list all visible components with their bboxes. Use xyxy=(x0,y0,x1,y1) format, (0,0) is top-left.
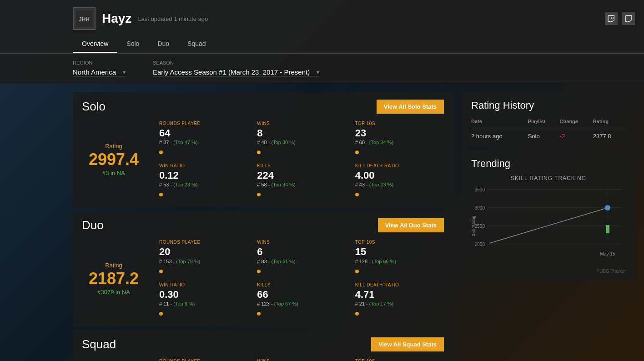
solo-stat-wins-dot xyxy=(257,150,261,154)
view-all-solo-button[interactable]: View All Solo Stats xyxy=(377,100,444,114)
solo-stat-wins: WINS 8 # 48 - (Top 30 %) xyxy=(252,121,346,156)
duo-stat-kills-dot xyxy=(257,312,261,316)
header-icons xyxy=(605,12,635,25)
duo-stat-top10s: TOP 10S 15 # 128 - (Top 66 %) xyxy=(351,240,444,275)
duo-rating-rank: #3079 in NA xyxy=(97,289,130,296)
duo-stat-top10s-dot xyxy=(355,270,359,273)
player-name: Hayz xyxy=(102,11,131,26)
twitch-icon-2[interactable] xyxy=(622,12,635,25)
tab-solo[interactable]: Solo xyxy=(117,35,148,53)
solo-stat-rounds-name: ROUNDS PLAYED xyxy=(159,121,243,126)
region-filter: Region North America Europe Asia xyxy=(73,60,126,76)
squad-body: Rating 2080.8 ROUNDS PLAYED 14 # 159 - (… xyxy=(82,359,444,361)
squad-stat-rounds: ROUNDS PLAYED 14 # 159 - (Top 86 %) xyxy=(155,359,248,361)
svg-text:JHH: JHH xyxy=(79,16,90,23)
duo-stat-rounds: ROUNDS PLAYED 20 # 153 - (Top 78 %) xyxy=(155,240,248,275)
solo-stat-rounds: ROUNDS PLAYED 64 # 87 - (Top 47 %) xyxy=(155,121,248,156)
solo-stat-wins-name: WINS xyxy=(257,121,341,126)
history-playlist: Solo xyxy=(528,128,560,140)
svg-text:3000: 3000 xyxy=(475,206,485,211)
duo-stat-winratio-dot xyxy=(159,312,163,316)
duo-rating-box: Rating 2187.2 #3079 in NA xyxy=(82,240,155,317)
solo-stat-top10s-rank: # 60 - (Top 34 %) xyxy=(355,140,439,145)
rating-history-panel: Rating History Date Playlist Change Rati… xyxy=(462,92,635,147)
solo-stat-wins-value: 8 xyxy=(257,128,341,139)
solo-rating-box: Rating 2997.4 #3 in NA xyxy=(82,121,155,198)
squad-stat-wins: WINS 4 # 110 - (Top 67 %) xyxy=(252,359,346,361)
main-layout: Solo View All Solo Stats Rating 2997.4 #… xyxy=(0,83,644,361)
solo-stat-kills-name: KILLS xyxy=(257,163,341,168)
solo-rating-value: 2997.4 xyxy=(89,151,139,168)
squad-stats-grid: ROUNDS PLAYED 14 # 159 - (Top 86 %) WINS… xyxy=(155,359,444,361)
solo-stat-wins-rank: # 48 - (Top 30 %) xyxy=(257,140,341,145)
history-change: -2 xyxy=(560,128,593,140)
solo-stat-top10s-name: TOP 10S xyxy=(355,121,439,126)
solo-stat-kdr: KILL DEATH RATIO 4.00 # 43 - (Top 23 %) xyxy=(351,163,444,198)
svg-text:3500: 3500 xyxy=(475,187,485,192)
squad-rating-box: Rating 2080.8 xyxy=(82,359,155,361)
svg-text:May 15: May 15 xyxy=(600,251,615,256)
trending-panel: Trending SKILL RATING TRACKING 3500 3000… xyxy=(462,150,635,281)
solo-stat-kdr-value: 4.00 xyxy=(355,170,439,181)
svg-text:2000: 2000 xyxy=(475,242,485,247)
tab-squad[interactable]: Squad xyxy=(178,35,215,53)
skill-rating-chart: 3500 3000 2500 2000 Skill Rating xyxy=(471,185,626,267)
solo-rating-rank: #3 in NA xyxy=(102,170,125,176)
solo-stat-winratio-dot xyxy=(159,193,163,196)
filters-bar: Region North America Europe Asia Season … xyxy=(0,54,644,83)
duo-stat-winratio: WIN RATIO 0.30 # 11 - (Top 9 %) xyxy=(155,282,248,317)
solo-stat-winratio: WIN RATIO 0.12 # 53 - (Top 23 %) xyxy=(155,163,248,198)
nav-tabs: Overview Solo Duo Squad xyxy=(73,35,635,53)
col-rating: Rating xyxy=(593,119,626,128)
view-all-squad-button[interactable]: View All Squad Stats xyxy=(371,337,444,351)
duo-section: Duo View All Duo Stats Rating 2187.2 #30… xyxy=(73,211,453,326)
solo-stat-winratio-rank: # 53 - (Top 23 %) xyxy=(159,182,243,187)
tab-overview[interactable]: Overview xyxy=(73,35,117,53)
season-filter: Season Early Access Season #1 (March 23,… xyxy=(153,60,319,76)
solo-body: Rating 2997.4 #3 in NA ROUNDS PLAYED 64 … xyxy=(82,121,444,198)
solo-stat-rounds-rank: # 87 - (Top 47 %) xyxy=(159,140,243,145)
solo-stat-kills-rank: # 58 - (Top 34 %) xyxy=(257,182,341,187)
stats-column: Solo View All Solo Stats Rating 2997.4 #… xyxy=(73,92,453,361)
solo-stat-kdr-name: KILL DEATH RATIO xyxy=(355,163,439,168)
pubg-watermark: PUBG Tracker xyxy=(471,269,626,274)
solo-section: Solo View All Solo Stats Rating 2997.4 #… xyxy=(73,92,453,207)
svg-text:2500: 2500 xyxy=(475,224,485,229)
solo-stat-top10s-value: 23 xyxy=(355,128,439,139)
right-column: Rating History Date Playlist Change Rati… xyxy=(462,92,635,361)
solo-stat-rounds-dot xyxy=(159,150,163,154)
solo-stat-kills: KILLS 224 # 58 - (Top 34 %) xyxy=(252,163,346,198)
solo-stat-kdr-dot xyxy=(355,193,359,196)
season-label: Season xyxy=(153,60,319,65)
solo-stat-top10s-dot xyxy=(355,150,359,154)
region-select[interactable]: North America Europe Asia xyxy=(73,68,126,76)
tab-duo[interactable]: Duo xyxy=(148,35,178,53)
solo-stat-kills-value: 224 xyxy=(257,170,341,181)
last-updated: Last updated 1 minute ago xyxy=(138,15,208,22)
history-rating: 2377.8 xyxy=(593,128,626,140)
col-change: Change xyxy=(560,119,593,128)
duo-stat-kdr: KILL DEATH RATIO 4.71 # 21 - (Top 17 %) xyxy=(351,282,444,317)
header: JHH Hayz Last updated 1 minute ago Overv… xyxy=(0,0,644,54)
solo-stat-winratio-value: 0.12 xyxy=(159,170,243,181)
season-select[interactable]: Early Access Season #1 (March 23, 2017 -… xyxy=(153,68,319,76)
solo-stat-winratio-name: WIN RATIO xyxy=(159,163,243,168)
duo-rating-value: 2187.2 xyxy=(89,271,139,287)
chart-svg: 3500 3000 2500 2000 Skill Rating xyxy=(471,185,626,267)
twitch-icon-1[interactable] xyxy=(605,12,618,25)
duo-rating-label: Rating xyxy=(105,262,122,269)
duo-stat-wins: WINS 6 # 83 - (Top 51 %) xyxy=(252,240,346,275)
solo-title: Solo xyxy=(82,100,106,114)
col-playlist: Playlist xyxy=(528,119,560,128)
solo-stat-top10s: TOP 10S 23 # 60 - (Top 34 %) xyxy=(351,121,444,156)
duo-stats-grid: ROUNDS PLAYED 20 # 153 - (Top 78 %) WINS… xyxy=(155,240,444,317)
rating-history-table: Date Playlist Change Rating 2 hours ago … xyxy=(471,119,626,140)
duo-stat-rounds-dot xyxy=(159,270,163,273)
svg-text:Skill Rating: Skill Rating xyxy=(471,216,476,236)
avatar: JHH xyxy=(73,7,96,30)
duo-stat-kills: KILLS 66 # 123 - (Top 67 %) xyxy=(252,282,346,317)
duo-stat-kdr-dot xyxy=(355,312,359,316)
solo-stats-grid: ROUNDS PLAYED 64 # 87 - (Top 47 %) WINS … xyxy=(155,121,444,198)
view-all-duo-button[interactable]: View All Duo Stats xyxy=(378,218,444,232)
solo-rating-label: Rating xyxy=(105,143,122,150)
